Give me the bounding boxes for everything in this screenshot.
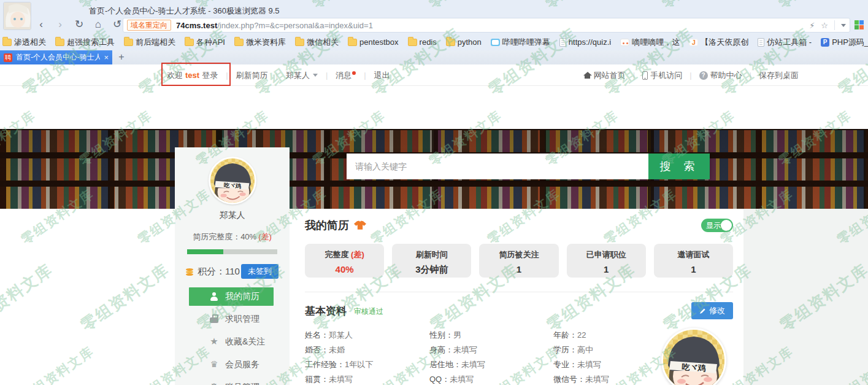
- chevron-down-icon: [313, 74, 318, 79]
- refresh-resume-link[interactable]: 刷新简历: [236, 70, 268, 81]
- bookmark-item[interactable]: PHP源码_PH: [821, 37, 868, 48]
- messages-link[interactable]: 消息: [336, 70, 356, 81]
- bookmark-icon: [821, 38, 829, 47]
- account-menu[interactable]: 郑某人: [286, 70, 318, 81]
- back-button[interactable]: ‹: [34, 17, 48, 32]
- bookmark-item[interactable]: 渗透相关: [2, 37, 46, 48]
- field-label: 年龄：: [553, 330, 577, 340]
- info-field: 婚否：未婚: [305, 344, 429, 359]
- right-background: [743, 209, 868, 385]
- bookmark-label: redis: [420, 37, 437, 47]
- menu-item-label: 账号管理: [225, 382, 259, 385]
- bookmark-icon: [348, 39, 357, 46]
- edit-button[interactable]: 修改: [691, 302, 733, 319]
- bookmark-item[interactable]: redis: [408, 37, 437, 47]
- url-host: 74cms.test: [176, 21, 217, 30]
- bookmark-item[interactable]: pentestbox: [348, 37, 399, 47]
- field-label: 工作经验：: [305, 360, 345, 369]
- divider: |: [689, 71, 691, 80]
- house-icon: [583, 72, 591, 79]
- panel-title: 我的简历: [305, 218, 349, 233]
- bookmark-item[interactable]: 超强搜索工具: [55, 37, 115, 48]
- bookmark-label: PHP源码_PH: [832, 37, 868, 48]
- info-field: 籍贯：未填写: [305, 374, 429, 385]
- help-center-link[interactable]: ? 帮助中心: [699, 70, 742, 81]
- sidebar-menu-item[interactable]: 我的简历: [189, 287, 274, 306]
- stat-label: 邀请面试: [654, 249, 733, 260]
- favorite-star-icon[interactable]: ☆: [821, 21, 828, 30]
- menu-item-icon: [209, 383, 219, 385]
- search-button[interactable]: 搜 索: [648, 154, 710, 179]
- url-path: /index.php?m=&c=personal&a=index&uid=1: [217, 21, 373, 30]
- field-value: 1年以下: [345, 360, 373, 369]
- window-title: 首页-个人会员中心-骑士人才系统 - 360极速浏览器 9.5: [89, 6, 280, 17]
- logout-link[interactable]: 退出: [374, 70, 390, 81]
- bookmark-item[interactable]: https://quiz.i: [559, 37, 611, 47]
- stat-label: 刷新时间: [392, 249, 471, 260]
- bookmark-icon: [55, 39, 64, 46]
- forward-button[interactable]: ›: [53, 17, 67, 32]
- new-tab-button[interactable]: +: [112, 50, 131, 64]
- sidebar-menu-item[interactable]: 账号管理: [189, 378, 274, 385]
- bookmark-label: 微米资料库: [246, 37, 286, 48]
- toggle-knob: [721, 220, 732, 231]
- visibility-toggle[interactable]: 显示: [701, 219, 733, 232]
- sidebar-menu-item[interactable]: 求职管理: [189, 310, 274, 329]
- field-value: 未填写: [450, 375, 474, 384]
- bookmark-label: 哔哩哔哩弹幕: [502, 37, 550, 48]
- field-value: 未填写: [577, 360, 601, 369]
- shirt-icon: [354, 220, 366, 231]
- dropdown-caret-icon[interactable]: [841, 24, 846, 29]
- bookmark-item[interactable]: 哔哩哔哩弹幕: [491, 37, 550, 48]
- user-avatar[interactable]: [209, 157, 256, 204]
- grade-badge: (差): [258, 232, 272, 241]
- browser-tab[interactable]: 聘 首页-个人会员中心-骑士人才系统 ×: [0, 50, 112, 64]
- bolt-icon[interactable]: ⚡: [809, 21, 815, 30]
- tab-title: 首页-个人会员中心-骑士人才系统: [16, 52, 100, 63]
- bookmark-item[interactable]: 仿站工具箱 -: [758, 37, 812, 48]
- bookmark-item[interactable]: python: [446, 37, 482, 47]
- site-home-link[interactable]: 网站首页: [583, 70, 626, 81]
- notification-dot: [352, 71, 356, 75]
- info-field: 居住地：未填写: [429, 359, 553, 374]
- menu-item-icon: [209, 292, 219, 301]
- refresh-button[interactable]: ↻: [72, 17, 86, 32]
- checkin-button[interactable]: 未签到: [241, 264, 278, 279]
- bookmark-item[interactable]: 前后端相关: [124, 37, 175, 48]
- browser-avatar-image: [4, 2, 31, 30]
- stat-card: 简历被关注 1: [479, 244, 558, 278]
- search-input[interactable]: [347, 154, 648, 179]
- bookmark-item[interactable]: 各种API: [185, 37, 225, 48]
- site-header: 骑士 CMS 首页找工作招人才HR工具箱职场资讯会员中心云端职位: [0, 86, 868, 129]
- member-sidebar: 郑某人 简历完整度：40%(差) 积分：110 未签到 我的简历 求职管理 收藏…: [175, 147, 290, 385]
- sidebar-menu-item[interactable]: 会员服务: [189, 356, 274, 374]
- screenshot-stage: 吃ヾ鸡 首页-个人会员中心-骑士人才系统 - 360极速浏览器: [0, 0, 868, 385]
- bookmark-label: 前后端相关: [136, 37, 175, 48]
- stat-value: 3分钟前: [392, 264, 471, 276]
- url-text: 74cms.test/index.php?m=&c=personal&a=ind…: [176, 21, 373, 30]
- bookmark-icon: [2, 39, 12, 46]
- home-button[interactable]: ⌂: [91, 17, 105, 32]
- redirect-badge: 域名重定向: [127, 20, 171, 31]
- divider: [305, 292, 733, 292]
- divider: |: [633, 71, 635, 80]
- browser-profile-avatar[interactable]: [3, 2, 31, 30]
- bookmark-item[interactable]: 微米资料库: [234, 37, 286, 48]
- apps-grid-icon[interactable]: [855, 20, 864, 29]
- mobile-access-link[interactable]: 手机访问: [642, 70, 682, 81]
- bookmark-label: pentestbox: [359, 37, 399, 47]
- bookmark-label: 【洛天依原创: [701, 37, 748, 48]
- bookmark-item[interactable]: 【洛天依原创: [689, 37, 748, 48]
- bookmarks-bar: 渗透相关 超强搜索工具 前后端相关 各种API 微米资料库 微信相关 pente…: [0, 34, 868, 50]
- bookmark-item[interactable]: 微信相关: [295, 37, 339, 48]
- resume-panel: 我的简历 显示 完整度 (差) 40% 刷新时间 3分钟前 简历被关注 1 已申…: [294, 209, 743, 385]
- sidebar-menu-item[interactable]: 收藏&关注: [189, 333, 274, 351]
- restore-button[interactable]: ↺: [110, 17, 124, 32]
- menu-item-icon: [209, 360, 219, 370]
- save-desktop-link[interactable]: 保存到桌面: [759, 70, 799, 81]
- search-bar: 搜 索: [347, 154, 710, 179]
- bookmark-icon: [408, 39, 417, 46]
- bookmark-item[interactable]: 嘀哩嘀哩，这: [620, 37, 680, 48]
- address-bar[interactable]: 域名重定向 74cms.test/index.php?m=&c=personal…: [123, 18, 850, 33]
- tab-close-icon[interactable]: ×: [104, 53, 109, 62]
